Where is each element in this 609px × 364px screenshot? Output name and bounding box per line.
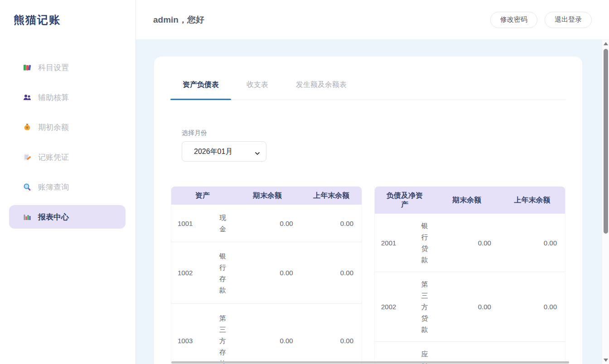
account-code: 1002 [171, 242, 212, 304]
prev-year-end-value: 0.00 [499, 272, 565, 342]
main-content: 资产负债表 收支表 发生额及余额表 选择月份 2026年01月 [136, 40, 609, 364]
prev-year-end-header: 上年末余额 [301, 187, 362, 205]
books-icon [23, 63, 32, 72]
account-name: 银行存款 [212, 242, 234, 304]
sidebar: 熊猫记账 科目设置 辅助核算 [0, 0, 136, 364]
account-code [375, 342, 415, 364]
prev-year-end-value: 0.00 [301, 242, 362, 304]
sidebar-item-label: 期初余额 [38, 122, 69, 133]
sidebar-item-opening-balance[interactable]: 期初余额 [9, 115, 126, 139]
table-row: 应付 [375, 342, 565, 364]
search-icon [23, 182, 32, 192]
prev-year-end-value [499, 342, 565, 364]
assets-group-header: 资产 [171, 187, 233, 205]
account-code: 2001 [375, 214, 415, 272]
liabilities-header-row: 负债及净资产 期末余额 上年末余额 [375, 187, 565, 214]
ending-balance-value: 0.00 [233, 242, 301, 304]
account-code: 1003 [171, 304, 212, 364]
table-row: 2002 第三方贷款 0.00 0.00 [375, 272, 565, 342]
month-filter: 选择月份 2026年01月 [182, 129, 582, 162]
scroll-down-arrow-icon[interactable] [604, 359, 608, 362]
voucher-icon [23, 153, 32, 162]
sidebar-item-label: 账簿查询 [38, 182, 69, 192]
account-name: 银行贷款 [415, 214, 435, 272]
prev-year-end-header: 上年末余额 [499, 187, 565, 214]
account-name: 第三方存款 [212, 304, 234, 364]
sidebar-item-report-center[interactable]: 报表中心 [9, 205, 126, 229]
moneybag-icon [23, 123, 32, 132]
bar-chart-icon [23, 212, 32, 221]
logout-button[interactable]: 退出登录 [545, 12, 592, 28]
balance-sheet-tables: 资产 期末余额 上年末余额 1001 现金 0.00 0.00 1002 银行存… [171, 187, 566, 364]
sidebar-item-ledger-query[interactable]: 账簿查询 [9, 175, 126, 199]
tab-label: 发生额及余额表 [296, 81, 347, 88]
sidebar-item-label: 科目设置 [38, 62, 69, 73]
tab-amount-and-balance[interactable]: 发生额及余额表 [284, 80, 359, 100]
liabilities-group-header: 负债及净资产 [375, 187, 435, 214]
sidebar-item-label: 报表中心 [38, 212, 69, 222]
table-row: 1002 银行存款 0.00 0.00 [171, 242, 362, 304]
ending-balance-value: 0.00 [435, 272, 499, 342]
tab-balance-sheet[interactable]: 资产负债表 [170, 80, 231, 100]
user-greeting: admin，您好 [153, 14, 483, 26]
tab-label: 资产负债表 [183, 81, 219, 88]
ending-balance-value: 0.00 [233, 205, 301, 242]
tab-label: 收支表 [246, 81, 268, 88]
ending-balance-value: 0.00 [435, 214, 499, 272]
account-name: 第三方贷款 [415, 272, 435, 342]
liabilities-table: 负债及净资产 期末余额 上年末余额 2001 银行贷款 0.00 0.00 20… [374, 187, 566, 364]
account-code: 2002 [375, 272, 415, 342]
sidebar-item-label: 辅助核算 [38, 92, 69, 103]
month-filter-label: 选择月份 [182, 129, 582, 137]
month-select-wrap: 2026年01月 [182, 141, 266, 162]
sidebar-item-label: 记账凭证 [38, 152, 69, 163]
assets-header-row: 资产 期末余额 上年末余额 [171, 187, 362, 205]
assets-table: 资产 期末余额 上年末余额 1001 现金 0.00 0.00 1002 银行存… [171, 187, 362, 364]
sidebar-item-vouchers[interactable]: 记账凭证 [9, 145, 126, 169]
account-name: 现金 [212, 205, 234, 242]
change-password-button[interactable]: 修改密码 [490, 12, 537, 28]
account-code: 1001 [171, 205, 212, 242]
prev-year-end-value: 0.00 [301, 304, 362, 364]
ending-balance-header: 期末余额 [233, 187, 301, 205]
report-tabs: 资产负债表 收支表 发生额及余额表 [170, 57, 566, 100]
scroll-up-arrow-icon[interactable] [604, 42, 608, 45]
app-title: 熊猫记账 [14, 13, 135, 27]
users-icon [23, 93, 32, 102]
prev-year-end-value: 0.00 [301, 205, 362, 242]
ending-balance-value: 0.00 [233, 304, 301, 364]
vertical-scrollbar-thumb[interactable] [604, 49, 608, 234]
vertical-scrollbar[interactable] [602, 40, 609, 364]
ending-balance-header: 期末余额 [435, 187, 499, 214]
prev-year-end-value: 0.00 [499, 214, 565, 272]
sidebar-item-subject-settings[interactable]: 科目设置 [9, 56, 126, 79]
table-row: 1001 现金 0.00 0.00 [171, 205, 362, 242]
table-row: 1003 第三方存款 0.00 0.00 [171, 304, 362, 364]
topbar: admin，您好 修改密码 退出登录 [136, 0, 609, 40]
ending-balance-value [435, 342, 499, 364]
active-tab-underline [170, 99, 231, 100]
sidebar-item-auxiliary-accounting[interactable]: 辅助核算 [9, 86, 126, 109]
sidebar-nav: 科目设置 辅助核算 期初余额 [0, 56, 135, 229]
tab-income-expense[interactable]: 收支表 [234, 80, 280, 100]
account-name: 应付 [415, 342, 435, 364]
table-row: 2001 银行贷款 0.00 0.00 [375, 214, 565, 272]
report-card: 资产负债表 收支表 发生额及余额表 选择月份 2026年01月 [154, 57, 582, 364]
horizontal-scrollbar-thumb[interactable] [171, 361, 569, 364]
month-select[interactable]: 2026年01月 [182, 141, 266, 162]
